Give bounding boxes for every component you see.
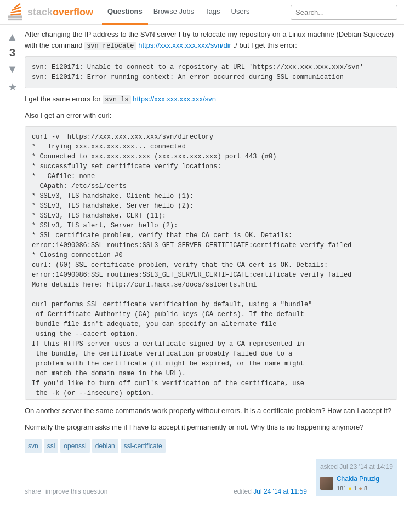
tag-ssl[interactable]: ssl: [44, 439, 59, 453]
intro-paragraph: After changing the IP address to the SVN…: [25, 29, 397, 51]
svg-rect-0: [8, 15, 22, 17]
footer-right: edited Jul 24 '14 at 11:59 asked Jul 23 …: [234, 459, 397, 496]
cmd-slash: ./: [234, 41, 237, 49]
edited-label: edited: [234, 488, 252, 495]
tag-svn[interactable]: svn: [25, 439, 42, 453]
vote-down-button[interactable]: ▼: [5, 61, 20, 77]
rep-score: 181: [337, 485, 346, 491]
nav-browse-jobs[interactable]: Browse Jobs: [148, 0, 200, 25]
search-box: [291, 5, 397, 20]
tag-debian[interactable]: debian: [92, 439, 118, 453]
same-errors-text: I get the same errors for: [25, 95, 101, 103]
logo-icon: [7, 3, 24, 21]
question-body: After changing the IP address to the SVN…: [25, 29, 397, 496]
search-input[interactable]: [291, 5, 397, 20]
footer-actions: share improve this question: [25, 487, 107, 496]
vote-sidebar: ▲ 3 ▼ ★: [0, 25, 25, 501]
edited-date-link[interactable]: Jul 24 '14 at 11:59: [253, 488, 307, 495]
tag-openssl[interactable]: openssl: [60, 439, 89, 453]
gold-badge-dot: ●: [348, 485, 352, 491]
svg-rect-1: [8, 19, 22, 20]
svg-rect-2: [10, 13, 21, 15]
url-relocate[interactable]: https://xxx.xxx.xxx.xxx/svn/dir: [138, 41, 231, 49]
content-area: After changing the IP address to the SVN…: [25, 25, 404, 501]
user-info: Chalda Pnuzig 181 ● 1 ● 8: [337, 474, 379, 493]
cmd-relocate: svn relocate: [84, 42, 136, 50]
nav-users[interactable]: Users: [226, 0, 255, 25]
avatar-image: [320, 477, 333, 490]
question-footer: share improve this question edited Jul 2…: [25, 459, 397, 496]
edited-info: edited Jul 24 '14 at 11:59: [234, 487, 307, 496]
vote-count: 3: [9, 44, 15, 61]
user-name[interactable]: Chalda Pnuzig: [337, 474, 379, 484]
site-header: stackoverflow Questions Browse Jobs Tags…: [0, 0, 404, 25]
vote-up-button[interactable]: ▲: [5, 29, 20, 44]
tags-area: svn ssl openssl debian ssl-certificate: [25, 439, 397, 453]
gold-badge-count: 1: [354, 485, 357, 491]
avatar: [320, 477, 333, 490]
nav-tags[interactable]: Tags: [200, 0, 225, 25]
site-logo[interactable]: stackoverflow: [7, 3, 93, 21]
bronze-badge-dot: ●: [359, 485, 362, 491]
asked-label: asked Jul 23 '14 at 14:19: [320, 462, 393, 472]
tag-ssl-certificate[interactable]: ssl-certificate: [121, 439, 166, 453]
asked-info: asked Jul 23 '14 at 14:19 Chalda Pnuzig …: [316, 459, 397, 496]
cmd-ls: svn ls: [103, 95, 130, 104]
curl-output-block[interactable]: curl -v https://xxx.xxx.xxx.xxx/svn/dire…: [25, 126, 397, 400]
error-block-1: svn: E120171: Unable to connect to a rep…: [25, 56, 397, 88]
curl-intro-paragraph: Also I get an error with curl:: [25, 110, 397, 121]
user-card: Chalda Pnuzig 181 ● 1 ● 8: [320, 474, 393, 493]
user-rep: 181 ● 1 ● 8: [337, 484, 379, 493]
but-text: but I get this error:: [239, 41, 297, 49]
normally-paragraph: Normally the program asks me if I have t…: [25, 422, 397, 433]
main-container: ▲ 3 ▼ ★ After changing the IP address to…: [0, 25, 404, 501]
bookmark-button[interactable]: ★: [8, 81, 17, 93]
conclusion-paragraph: On another server the same commands work…: [25, 405, 397, 416]
url-ls[interactable]: https://xxx.xxx.xxx.xxx/svn: [133, 95, 216, 103]
main-nav: Questions Browse Jobs Tags Users: [102, 0, 255, 25]
same-errors-paragraph: I get the same errors for svn ls https:/…: [25, 94, 397, 105]
bronze-badge-count: 8: [364, 485, 367, 491]
nav-questions[interactable]: Questions: [102, 0, 148, 25]
improve-link[interactable]: improve this question: [45, 487, 107, 496]
share-link[interactable]: share: [25, 487, 41, 496]
